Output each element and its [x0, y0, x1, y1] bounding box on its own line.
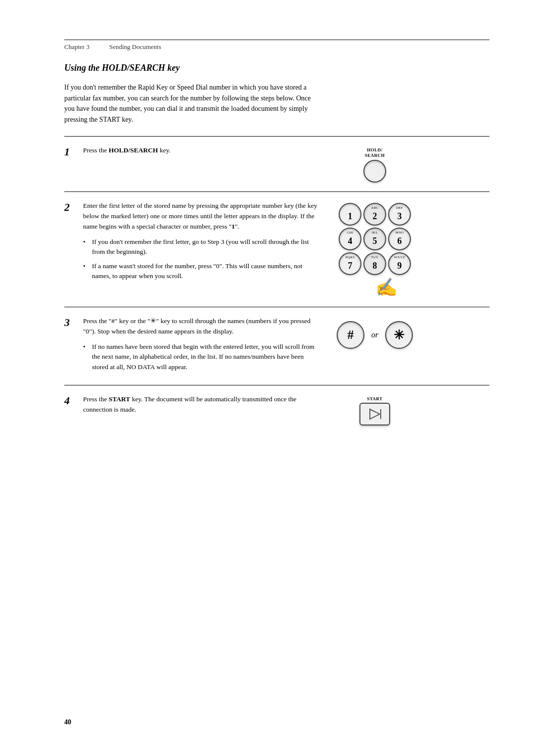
- hash-button: #: [337, 321, 364, 349]
- step-1-row: 1 Press the HOLD/SEARCH key. HOLD/SEARCH: [64, 136, 490, 192]
- key-6: MNO 6: [388, 228, 411, 250]
- hand-icon: ✍: [375, 277, 398, 298]
- step-4-image: START: [325, 394, 424, 425]
- step-2-bullet-1: If you don't remember the first letter, …: [83, 237, 320, 257]
- hold-search-button: HOLD/SEARCH: [363, 147, 386, 183]
- steps-container: 1 Press the HOLD/SEARCH key. HOLD/SEARCH…: [64, 136, 490, 434]
- key-1: 1: [339, 203, 361, 226]
- hash-star-row: # or ✳: [337, 321, 413, 349]
- start-label: START: [367, 396, 383, 401]
- start-button: [359, 403, 390, 425]
- step-2-number: 2: [64, 201, 83, 214]
- chapter-number: Chapter 3: [64, 43, 89, 51]
- intro-paragraph: If you don't remember the Rapid Key or S…: [64, 82, 321, 125]
- step-2-bullet-2: If a name wasn't stored for the number, …: [83, 261, 320, 282]
- svg-marker-0: [370, 409, 380, 419]
- step-2-bold-1: 1: [231, 223, 235, 230]
- step-1-bold: HOLD/SEARCH: [109, 146, 158, 154]
- keypad-row-1: 1 ABC 2 DEF 3: [339, 203, 411, 226]
- number-keypad: 1 ABC 2 DEF 3 GHI: [339, 203, 411, 298]
- key-9: WXYZ 9: [388, 252, 411, 275]
- start-button-container: START: [359, 396, 390, 425]
- step-3-image: # or ✳: [325, 316, 424, 349]
- step-2-content: Enter the first letter of the stored nam…: [83, 201, 325, 285]
- keypad-row-3: PQRS 7 TUV 8 WXYZ 9: [339, 252, 411, 275]
- step-2-image: 1 ABC 2 DEF 3 GHI: [325, 201, 424, 298]
- or-text: or: [371, 331, 378, 339]
- hold-search-label: HOLD/SEARCH: [365, 147, 385, 158]
- page: Chapter 3 Sending Documents Using the HO…: [0, 0, 534, 756]
- start-icon: [367, 407, 382, 421]
- hand-icon-container: ✍: [339, 276, 411, 298]
- page-number: 40: [64, 718, 71, 726]
- step-1-content: Press the HOLD/SEARCH key.: [83, 145, 325, 156]
- step-4-bold: START: [109, 395, 131, 403]
- step-1-image: HOLD/SEARCH: [325, 145, 424, 183]
- chapter-title: Sending Documents: [109, 43, 161, 51]
- step-2-bullets: If you don't remember the first letter, …: [83, 237, 320, 281]
- step-1-number: 1: [64, 145, 83, 158]
- keypad-row-2: GHI 4 JKL 5 MNO 6: [339, 228, 411, 250]
- key-3: DEF 3: [388, 203, 411, 226]
- step-3-number: 3: [64, 316, 83, 329]
- step-3-bullets: If no names have been stored that begin …: [83, 342, 320, 372]
- chapter-header: Chapter 3 Sending Documents: [64, 40, 490, 51]
- step-3-row: 3 Press the "#" key or the "✳" key to sc…: [64, 307, 490, 385]
- key-2: ABC 2: [363, 203, 386, 226]
- step-4-row: 4 Press the START key. The document will…: [64, 385, 490, 434]
- step-2-row: 2 Enter the first letter of the stored n…: [64, 191, 490, 307]
- hold-search-circle: [363, 160, 386, 183]
- key-5: JKL 5: [363, 228, 386, 250]
- step-4-number: 4: [64, 394, 83, 407]
- star-button: ✳: [385, 321, 413, 349]
- key-7: PQRS 7: [339, 252, 361, 275]
- key-8: TUV 8: [363, 252, 386, 275]
- key-4: GHI 4: [339, 228, 361, 250]
- step-3-content: Press the "#" key or the "✳" key to scro…: [83, 316, 325, 376]
- step-3-bullet-1: If no names have been stored that begin …: [83, 342, 320, 372]
- section-title: Using the HOLD/SEARCH key: [64, 63, 490, 73]
- step-4-content: Press the START key. The document will b…: [83, 394, 325, 415]
